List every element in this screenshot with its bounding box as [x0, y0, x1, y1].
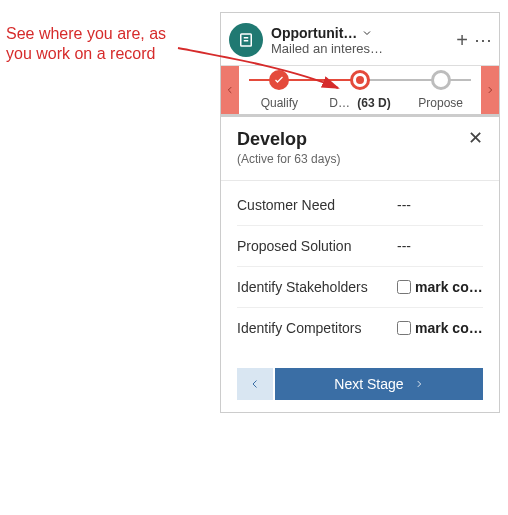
field-label: Proposed Solution [237, 238, 387, 254]
field-value[interactable]: --- [397, 197, 483, 213]
stage-nav-next[interactable] [481, 66, 499, 114]
title-chevron-icon[interactable] [361, 27, 373, 39]
add-button[interactable]: + [456, 29, 468, 52]
stage-qualify[interactable]: Qualify [239, 66, 320, 114]
field-row[interactable]: Proposed Solution --- [237, 226, 483, 267]
more-menu-button[interactable]: ⋯ [474, 35, 491, 45]
stage-develop[interactable]: D… (63 D) [320, 66, 401, 114]
previous-stage-button[interactable] [237, 368, 273, 400]
entity-icon [229, 23, 263, 57]
stage-future-icon [431, 70, 451, 90]
field-label: Identify Stakeholders [237, 279, 387, 295]
panel-header: Opportunit… Mailed an interes… + ⋯ [221, 13, 499, 65]
field-checkbox[interactable]: mark co… [397, 320, 483, 336]
record-title: Opportunit… [271, 25, 357, 41]
field-row[interactable]: Identify Stakeholders mark co… [237, 267, 483, 308]
stage-active-icon [350, 70, 370, 90]
field-row[interactable]: Customer Need --- [237, 185, 483, 226]
stage-propose[interactable]: Propose [400, 66, 481, 114]
stage-card-subtitle: (Active for 63 days) [237, 152, 340, 166]
next-stage-button[interactable]: Next Stage [275, 368, 483, 400]
callout-annotation: See where you are, as you work on a reco… [6, 24, 166, 64]
field-value[interactable]: --- [397, 238, 483, 254]
field-label: Identify Competitors [237, 320, 387, 336]
field-checkbox[interactable]: mark co… [397, 279, 483, 295]
stage-nav-prev[interactable] [221, 66, 239, 114]
field-row[interactable]: Identify Competitors mark co… [237, 308, 483, 348]
stage-footer: Next Stage [221, 358, 499, 412]
stage-fields: Customer Need --- Proposed Solution --- … [221, 181, 499, 358]
record-subtitle: Mailed an interes… [271, 41, 448, 56]
stage-card-title: Develop [237, 129, 340, 150]
field-label: Customer Need [237, 197, 387, 213]
stage-complete-icon [269, 70, 289, 90]
close-icon[interactable]: ✕ [468, 129, 483, 147]
active-stage-card: Develop (Active for 63 days) ✕ [221, 117, 499, 181]
record-panel: Opportunit… Mailed an interes… + ⋯ Quali… [220, 12, 500, 413]
process-stages: Qualify D… (63 D) Propose [221, 65, 499, 117]
